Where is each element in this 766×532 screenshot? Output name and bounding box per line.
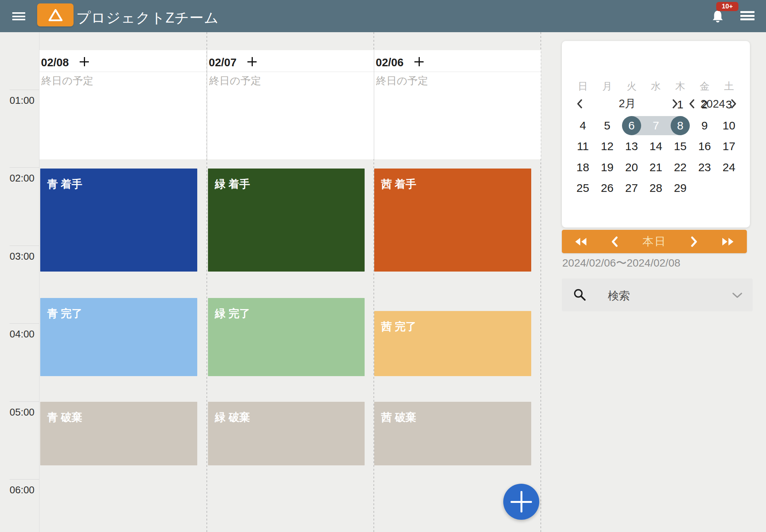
day-header: 02/06	[374, 50, 541, 72]
day-cell[interactable]: 15	[668, 136, 692, 157]
day-cell[interactable]: 29	[668, 178, 692, 199]
time-label: 04:00	[10, 328, 36, 340]
empty-cell	[595, 94, 620, 115]
day-cell[interactable]: 16	[692, 136, 717, 157]
date-label: 02/06	[376, 56, 404, 69]
triangle-logo-icon	[47, 8, 64, 22]
day-cell[interactable]: 10	[717, 115, 741, 136]
fast-forward-icon[interactable]	[722, 237, 735, 247]
event-label: 茜 破棄	[381, 410, 416, 425]
event-red-start[interactable]: 茜 着手	[374, 169, 531, 272]
app-bar: プロジェクトZチーム 10+	[0, 0, 766, 32]
search-bar[interactable]: 検索	[562, 278, 753, 311]
event-label: 緑 破棄	[215, 410, 250, 425]
add-event-icon[interactable]	[247, 57, 257, 66]
day-column-0208: 02/08 終日の予定	[39, 50, 206, 159]
empty-cell	[644, 94, 668, 115]
event-label: 緑 完了	[215, 306, 250, 321]
day-cell[interactable]: 18	[571, 157, 595, 178]
time-label: 05:00	[10, 406, 36, 418]
search-placeholder: 検索	[608, 288, 630, 304]
add-event-icon[interactable]	[80, 57, 89, 66]
day-cell[interactable]: 11	[571, 136, 595, 157]
day-cell[interactable]: 12	[595, 136, 620, 157]
menu-icon[interactable]	[12, 12, 25, 20]
event-green-done[interactable]: 緑 完了	[208, 298, 365, 376]
date-label: 02/08	[41, 56, 69, 69]
empty-cell	[571, 94, 595, 115]
event-red-done[interactable]: 茜 完了	[374, 311, 531, 376]
allday-placeholder[interactable]: 終日の予定	[209, 74, 261, 88]
event-red-discard[interactable]: 茜 破棄	[374, 402, 531, 465]
day-cell[interactable]: 17	[717, 136, 741, 157]
day-header: 02/08	[39, 50, 206, 72]
day-cell[interactable]: 2	[692, 94, 717, 115]
day-cell[interactable]: 13	[619, 136, 644, 157]
day-header: 02/07	[207, 50, 374, 72]
overflow-menu-icon[interactable]	[740, 11, 755, 20]
event-label: 緑 着手	[215, 177, 250, 192]
day-cell-selected-start[interactable]: 6	[619, 115, 644, 136]
day-cell[interactable]: 22	[668, 157, 692, 178]
weekday-label: 金	[692, 79, 717, 94]
day-cell-in-range[interactable]: 7	[644, 115, 668, 136]
empty-cell	[619, 94, 644, 115]
day-cell[interactable]: 25	[571, 178, 595, 199]
calendar-app: 01:00 02:00 03:00 04:00 05:00 06:00 02/0…	[0, 0, 766, 532]
event-label: 茜 着手	[381, 177, 416, 192]
day-cell[interactable]: 4	[571, 115, 595, 136]
day-cell[interactable]: 28	[644, 178, 668, 199]
time-label: 06:00	[10, 484, 36, 496]
time-label: 02:00	[10, 172, 36, 184]
bell-icon[interactable]	[711, 9, 725, 24]
event-label: 茜 完了	[381, 319, 416, 334]
day-cell[interactable]: 14	[644, 136, 668, 157]
day-cell[interactable]: 23	[692, 157, 717, 178]
event-blue-discard[interactable]: 青 破棄	[40, 402, 197, 465]
day-cell[interactable]: 1	[668, 94, 692, 115]
notification-badge: 10+	[716, 2, 738, 11]
mini-calendar: 2月 2024 日 月 火 水 木 金 土 1 2	[562, 41, 750, 228]
hour-line	[10, 401, 39, 402]
day-cell[interactable]: 5	[595, 115, 620, 136]
add-event-fab[interactable]	[503, 484, 539, 520]
day-cell[interactable]: 26	[595, 178, 620, 199]
event-label: 青 着手	[47, 177, 82, 192]
day-cell-selected-end[interactable]: 8	[668, 115, 692, 136]
hour-line	[10, 90, 39, 90]
day-column-border	[374, 50, 374, 159]
day-cell[interactable]: 27	[619, 178, 644, 199]
day-column-0207: 02/07 終日の予定	[207, 50, 374, 159]
day-column-0206: 02/06 終日の予定	[374, 50, 541, 159]
hour-line	[10, 323, 39, 324]
weekday-label: 水	[644, 79, 668, 94]
time-label: 03:00	[10, 250, 36, 262]
day-cell[interactable]: 20	[619, 157, 644, 178]
add-event-icon[interactable]	[414, 57, 424, 66]
weekday-row: 日 月 火 水 木 金 土	[571, 79, 741, 94]
hour-line	[10, 479, 39, 480]
allday-placeholder[interactable]: 終日の予定	[41, 74, 93, 88]
app-logo[interactable]	[37, 3, 74, 26]
event-blue-start[interactable]: 青 着手	[40, 169, 197, 272]
event-green-discard[interactable]: 緑 破棄	[208, 402, 365, 465]
fast-backward-icon[interactable]	[574, 237, 587, 247]
weekday-label: 日	[571, 79, 595, 94]
day-cell[interactable]: 9	[692, 115, 717, 136]
day-column-border	[207, 50, 207, 159]
today-button[interactable]: 本日	[643, 234, 666, 249]
event-blue-done[interactable]: 青 完了	[40, 298, 197, 376]
hour-line	[10, 167, 39, 168]
chevron-down-icon[interactable]	[732, 292, 743, 300]
event-green-start[interactable]: 緑 着手	[208, 169, 365, 272]
day-cell[interactable]: 24	[717, 157, 741, 178]
allday-placeholder[interactable]: 終日の予定	[376, 74, 428, 88]
prev-range-chevron-icon[interactable]	[612, 236, 618, 247]
weekday-label: 土	[717, 79, 741, 94]
day-cell[interactable]: 21	[644, 157, 668, 178]
time-label: 01:00	[10, 95, 36, 106]
day-cell[interactable]: 19	[595, 157, 620, 178]
weekday-label: 火	[619, 79, 644, 94]
next-range-chevron-icon[interactable]	[691, 236, 697, 247]
day-cell[interactable]: 3	[717, 94, 741, 115]
